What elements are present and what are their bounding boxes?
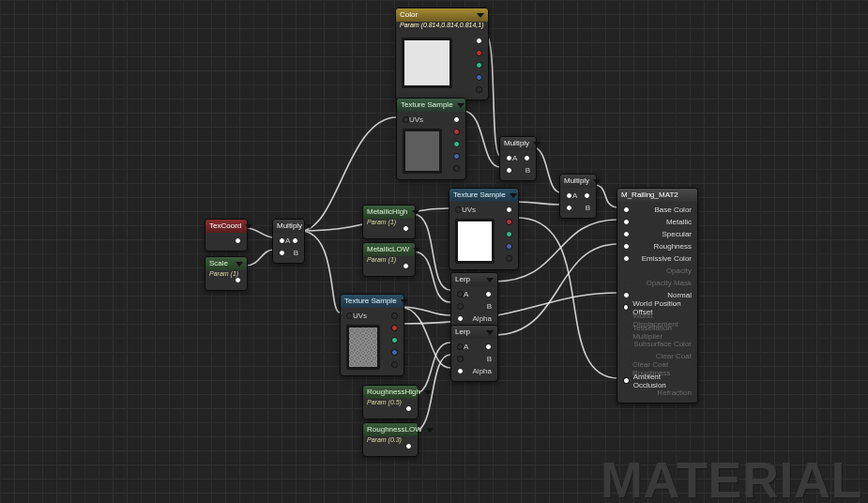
- pin-in[interactable]: [623, 389, 630, 396]
- pin-uvs[interactable]: [346, 312, 353, 319]
- chevron-down-icon: [424, 390, 432, 395]
- pin-b[interactable]: [391, 349, 398, 356]
- result-pin[interactable]: Base Color: [617, 204, 697, 216]
- pin-in[interactable]: [623, 292, 630, 298]
- pin-a[interactable]: [279, 237, 285, 244]
- chevron-down-icon: [412, 210, 419, 215]
- pin-a[interactable]: [453, 165, 460, 172]
- pin-out[interactable]: [292, 237, 298, 244]
- pin-r[interactable]: [476, 50, 482, 56]
- pin-g[interactable]: [506, 231, 512, 237]
- pin-out[interactable]: [235, 237, 241, 244]
- pin-in[interactable]: [623, 219, 630, 225]
- pin-b[interactable]: [457, 303, 464, 310]
- pin-rgb[interactable]: [391, 312, 398, 319]
- pin-b[interactable]: [506, 167, 512, 174]
- result-pin[interactable]: Metallic: [617, 216, 697, 228]
- node-title: Color: [400, 8, 418, 22]
- pin-out[interactable]: [235, 277, 241, 283]
- pin-out[interactable]: [584, 192, 590, 199]
- node-texture-sample-2[interactable]: Texture Sample UVs: [449, 188, 519, 270]
- result-pin[interactable]: Tessellation Multiplier: [617, 326, 697, 338]
- pin-a[interactable]: [476, 86, 482, 93]
- pin-out[interactable]: [485, 343, 492, 350]
- result-pin[interactable]: Roughness: [617, 240, 697, 252]
- pin-b[interactable]: [279, 250, 285, 256]
- pin-r[interactable]: [506, 219, 512, 225]
- pin-out[interactable]: [403, 225, 409, 232]
- result-pin[interactable]: Subsurface Color: [617, 338, 697, 350]
- pin-b[interactable]: [453, 153, 460, 160]
- pin-alpha[interactable]: [457, 368, 464, 374]
- pin-a[interactable]: [457, 343, 464, 350]
- material-graph-canvas[interactable]: TexCoord Scale Param (1) Multiply A B Co…: [0, 0, 868, 503]
- pin-uvs[interactable]: [455, 206, 462, 213]
- pin-in[interactable]: [623, 304, 629, 311]
- pin-in[interactable]: [623, 365, 629, 372]
- pin-rgb[interactable]: [453, 116, 460, 123]
- pin-r[interactable]: [453, 129, 460, 135]
- pin-out[interactable]: [403, 263, 409, 269]
- pin-r[interactable]: [391, 325, 398, 331]
- pin-alpha[interactable]: [457, 315, 464, 322]
- pin-b[interactable]: [506, 243, 512, 250]
- result-pin[interactable]: Ambient Occlusion: [617, 374, 697, 387]
- result-pin[interactable]: Opacity Mask: [617, 277, 697, 289]
- result-pin[interactable]: Refraction: [617, 387, 697, 399]
- pin-in[interactable]: [623, 353, 630, 359]
- watermark-label: MATERIAL: [601, 450, 862, 503]
- pin-in[interactable]: [623, 341, 630, 347]
- result-pin[interactable]: Specular: [617, 228, 697, 240]
- result-pin[interactable]: Emissive Color: [617, 252, 697, 265]
- pin-label: Subsurface Color: [633, 340, 692, 348]
- node-lerp-2[interactable]: Lerp A B Alpha: [450, 325, 498, 382]
- pin-out[interactable]: [405, 443, 412, 450]
- pin-out[interactable]: [405, 405, 412, 412]
- pin-in[interactable]: [623, 255, 630, 262]
- pin-rgb[interactable]: [506, 206, 512, 213]
- chevron-down-icon: [426, 428, 434, 433]
- node-metallic-high[interactable]: MetallicHigh Param (1): [362, 205, 416, 239]
- node-roughness-low[interactable]: RoughnessLOW Param (0.3): [362, 422, 419, 457]
- pin-in[interactable]: [623, 377, 630, 384]
- pin-g[interactable]: [476, 62, 482, 69]
- pin-a[interactable]: [566, 192, 572, 199]
- node-multiply-2[interactable]: Multiply A B: [499, 136, 537, 181]
- pin-rgba[interactable]: [476, 38, 482, 44]
- node-roughness-high[interactable]: RoughnessHigh Param (0.5): [362, 385, 419, 419]
- pin-a[interactable]: [457, 291, 464, 297]
- node-scale[interactable]: Scale Param (1): [205, 256, 248, 291]
- node-multiply-3[interactable]: Multiply A B: [559, 174, 597, 219]
- node-metallic-low[interactable]: MetallicLOW Param (1): [362, 242, 416, 277]
- node-color[interactable]: Color Param (0.814,0.814,0.814,1): [395, 8, 489, 100]
- node-multiply-1[interactable]: Multiply A B: [272, 219, 305, 264]
- pin-b[interactable]: [566, 205, 572, 211]
- node-texcoord[interactable]: TexCoord: [205, 219, 248, 252]
- pin-uvs[interactable]: [403, 116, 409, 123]
- pin-in[interactable]: [623, 267, 630, 274]
- pin-label: B: [294, 249, 298, 257]
- pin-out[interactable]: [485, 291, 492, 297]
- pin-a[interactable]: [506, 155, 512, 161]
- node-material-result[interactable]: M_Railing_MAT2 Base ColorMetallicSpecula…: [617, 188, 698, 404]
- pin-b[interactable]: [457, 356, 464, 362]
- pin-in[interactable]: [623, 231, 630, 237]
- pin-a[interactable]: [506, 255, 512, 262]
- pin-g[interactable]: [391, 337, 398, 343]
- node-texture-sample-1[interactable]: Texture Sample UVs: [396, 98, 466, 180]
- pin-a[interactable]: [391, 361, 398, 368]
- pin-out[interactable]: [524, 155, 530, 161]
- pin-in[interactable]: [623, 316, 629, 323]
- node-lerp-1[interactable]: Lerp A B Alpha: [450, 272, 498, 329]
- pin-in[interactable]: [623, 206, 630, 213]
- pin-label: UVs: [409, 115, 423, 124]
- pin-in[interactable]: [623, 328, 629, 335]
- node-title: M_Railing_MAT2: [621, 189, 678, 202]
- pin-g[interactable]: [453, 141, 460, 147]
- pin-in[interactable]: [623, 280, 630, 286]
- pin-in[interactable]: [623, 243, 630, 250]
- node-texture-sample-3[interactable]: Texture Sample UVs: [340, 294, 404, 376]
- result-pin[interactable]: Opacity: [617, 265, 697, 277]
- pin-b[interactable]: [476, 74, 482, 81]
- pin-label: A: [572, 191, 577, 200]
